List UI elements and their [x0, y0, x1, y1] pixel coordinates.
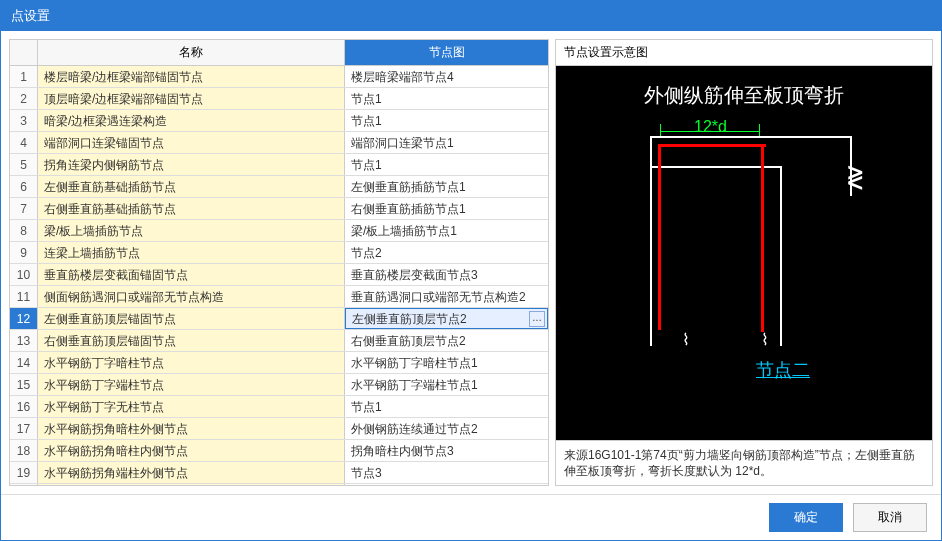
row-number: 13 — [10, 330, 38, 351]
cell-diagram[interactable]: 节点1… — [345, 154, 548, 175]
cell-name[interactable]: 梁/板上墙插筋节点 — [38, 220, 345, 241]
table-row[interactable]: 17水平钢筋拐角暗柱外侧节点外侧钢筋连续通过节点2… — [10, 418, 548, 440]
cell-diagram[interactable]: 水平钢筋丁字端柱节点1… — [345, 374, 548, 395]
cell-diagram[interactable]: 水平钢筋丁字暗柱节点1… — [345, 352, 548, 373]
cell-diagram[interactable]: 节点1… — [345, 110, 548, 131]
cell-diagram[interactable]: 梁/板上墙插筋节点1… — [345, 220, 548, 241]
cell-name[interactable]: 水平钢筋丁字暗柱节点 — [38, 352, 345, 373]
cell-diagram[interactable]: 端部洞口连梁节点1… — [345, 132, 548, 153]
row-number: 14 — [10, 352, 38, 373]
cell-name[interactable]: 垂直筋楼层变截面锚固节点 — [38, 264, 345, 285]
cell-diagram[interactable]: 右侧垂直筋顶层节点2… — [345, 330, 548, 351]
header-diagram[interactable]: 节点图 — [345, 40, 548, 65]
row-number: 11 — [10, 286, 38, 307]
table-row[interactable]: 19水平钢筋拐角端柱外侧节点节点3… — [10, 462, 548, 484]
table-row[interactable]: 12左侧垂直筋顶层锚固节点左侧垂直筋顶层节点2… — [10, 308, 548, 330]
cell-name[interactable]: 水平钢筋丁字端柱节点 — [38, 374, 345, 395]
row-number: 6 — [10, 176, 38, 197]
cell-name[interactable]: 水平钢筋丁字无柱节点 — [38, 396, 345, 417]
cell-name[interactable]: 拐角连梁内侧钢筋节点 — [38, 154, 345, 175]
cell-name[interactable]: 暗梁/边框梁遇连梁构造 — [38, 110, 345, 131]
cell-diagram[interactable]: 节点1… — [345, 88, 548, 109]
cell-diagram[interactable]: 节点3… — [345, 462, 548, 483]
table-row[interactable]: 20水平钢筋拐角端柱内侧节点水平钢筋拐角端柱内侧节点1… — [10, 484, 548, 485]
row-number: 17 — [10, 418, 38, 439]
table-row[interactable]: 6左侧垂直筋基础插筋节点左侧垂直筋插筋节点1… — [10, 176, 548, 198]
content-area: 名称 节点图 1楼层暗梁/边框梁端部锚固节点楼层暗梁端部节点4…2顶层暗梁/边框… — [1, 31, 941, 494]
cell-diagram[interactable]: 垂直筋楼层变截面节点3… — [345, 264, 548, 285]
row-number: 5 — [10, 154, 38, 175]
preview-description: 来源16G101-1第74页“剪力墙竖向钢筋顶部构造”节点；左侧垂直筋伸至板顶弯… — [556, 440, 932, 485]
ok-button[interactable]: 确定 — [769, 503, 843, 532]
cell-name[interactable]: 端部洞口连梁锚固节点 — [38, 132, 345, 153]
cancel-button[interactable]: 取消 — [853, 503, 927, 532]
row-number: 18 — [10, 440, 38, 461]
cell-diagram[interactable]: 垂直筋遇洞口或端部无节点构造2… — [345, 286, 548, 307]
cell-diagram[interactable]: 节点2… — [345, 242, 548, 263]
row-number: 1 — [10, 66, 38, 87]
cell-diagram[interactable]: 楼层暗梁端部节点4… — [345, 66, 548, 87]
dialog-footer: 确定 取消 — [1, 494, 941, 540]
row-number: 2 — [10, 88, 38, 109]
break-symbol-icon: ≷ — [846, 159, 864, 195]
preview-panel: 节点设置示意图 外侧纵筋伸至板顶弯折 12*d ≷ ⌇ ⌇ 节点二 来源16G1… — [555, 39, 933, 486]
diagram-link[interactable]: 节点二 — [756, 358, 810, 382]
cell-name[interactable]: 水平钢筋拐角暗柱内侧节点 — [38, 440, 345, 461]
table-row[interactable]: 10垂直筋楼层变截面锚固节点垂直筋楼层变截面节点3… — [10, 264, 548, 286]
cell-name[interactable]: 左侧垂直筋基础插筋节点 — [38, 176, 345, 197]
cell-diagram[interactable]: 水平钢筋拐角端柱内侧节点1… — [345, 484, 548, 485]
row-number: 20 — [10, 484, 38, 485]
grid-header: 名称 节点图 — [10, 40, 548, 66]
cell-name[interactable]: 右侧垂直筋基础插筋节点 — [38, 198, 345, 219]
table-row[interactable]: 15水平钢筋丁字端柱节点水平钢筋丁字端柱节点1… — [10, 374, 548, 396]
table-row[interactable]: 7右侧垂直筋基础插筋节点右侧垂直筋插筋节点1… — [10, 198, 548, 220]
cell-diagram[interactable]: 外侧钢筋连续通过节点2… — [345, 418, 548, 439]
table-row[interactable]: 2顶层暗梁/边框梁端部锚固节点节点1… — [10, 88, 548, 110]
cell-name[interactable]: 水平钢筋拐角端柱外侧节点 — [38, 462, 345, 483]
cell-diagram[interactable]: 左侧垂直筋顶层节点2… — [345, 308, 548, 329]
cell-name[interactable]: 水平钢筋拐角端柱内侧节点 — [38, 484, 345, 485]
table-row[interactable]: 18水平钢筋拐角暗柱内侧节点拐角暗柱内侧节点3… — [10, 440, 548, 462]
table-row[interactable]: 11侧面钢筋遇洞口或端部无节点构造垂直筋遇洞口或端部无节点构造2… — [10, 286, 548, 308]
table-row[interactable]: 9连梁上墙插筋节点节点2… — [10, 242, 548, 264]
preview-title: 节点设置示意图 — [556, 40, 932, 66]
grid-panel: 名称 节点图 1楼层暗梁/边框梁端部锚固节点楼层暗梁端部节点4…2顶层暗梁/边框… — [9, 39, 549, 486]
table-row[interactable]: 3暗梁/边框梁遇连梁构造节点1… — [10, 110, 548, 132]
cell-diagram[interactable]: 节点1… — [345, 396, 548, 417]
cell-diagram[interactable]: 左侧垂直筋插筋节点1… — [345, 176, 548, 197]
cell-name[interactable]: 顶层暗梁/边框梁端部锚固节点 — [38, 88, 345, 109]
dialog-title: 点设置 — [1, 1, 941, 31]
row-number: 10 — [10, 264, 38, 285]
row-number: 3 — [10, 110, 38, 131]
preview-canvas: 外侧纵筋伸至板顶弯折 12*d ≷ ⌇ ⌇ 节点二 — [556, 66, 932, 440]
row-number: 15 — [10, 374, 38, 395]
row-number: 4 — [10, 132, 38, 153]
row-number: 7 — [10, 198, 38, 219]
cell-name[interactable]: 右侧垂直筋顶层锚固节点 — [38, 330, 345, 351]
header-name[interactable]: 名称 — [38, 40, 345, 65]
cell-name[interactable]: 连梁上墙插筋节点 — [38, 242, 345, 263]
grid-body[interactable]: 1楼层暗梁/边框梁端部锚固节点楼层暗梁端部节点4…2顶层暗梁/边框梁端部锚固节点… — [10, 66, 548, 485]
table-row[interactable]: 1楼层暗梁/边框梁端部锚固节点楼层暗梁端部节点4… — [10, 66, 548, 88]
table-row[interactable]: 13右侧垂直筋顶层锚固节点右侧垂直筋顶层节点2… — [10, 330, 548, 352]
cell-name[interactable]: 楼层暗梁/边框梁端部锚固节点 — [38, 66, 345, 87]
table-row[interactable]: 14水平钢筋丁字暗柱节点水平钢筋丁字暗柱节点1… — [10, 352, 548, 374]
row-number: 8 — [10, 220, 38, 241]
cell-diagram[interactable]: 拐角暗柱内侧节点3… — [345, 440, 548, 461]
table-row[interactable]: 16水平钢筋丁字无柱节点节点1… — [10, 396, 548, 418]
table-row[interactable]: 5拐角连梁内侧钢筋节点节点1… — [10, 154, 548, 176]
ellipsis-button[interactable]: … — [529, 311, 545, 327]
dialog-window: 点设置 名称 节点图 1楼层暗梁/边框梁端部锚固节点楼层暗梁端部节点4…2顶层暗… — [0, 0, 942, 541]
row-number: 12 — [10, 308, 38, 329]
diagram-heading: 外侧纵筋伸至板顶弯折 — [556, 66, 932, 109]
cell-name[interactable]: 水平钢筋拐角暗柱外侧节点 — [38, 418, 345, 439]
cell-diagram[interactable]: 右侧垂直筋插筋节点1… — [345, 198, 548, 219]
table-row[interactable]: 8梁/板上墙插筋节点梁/板上墙插筋节点1… — [10, 220, 548, 242]
dimension-label: 12*d — [694, 118, 727, 136]
row-number: 19 — [10, 462, 38, 483]
cell-name[interactable]: 左侧垂直筋顶层锚固节点 — [38, 308, 345, 329]
cell-name[interactable]: 侧面钢筋遇洞口或端部无节点构造 — [38, 286, 345, 307]
row-number: 16 — [10, 396, 38, 417]
header-rownum — [10, 40, 38, 65]
table-row[interactable]: 4端部洞口连梁锚固节点端部洞口连梁节点1… — [10, 132, 548, 154]
